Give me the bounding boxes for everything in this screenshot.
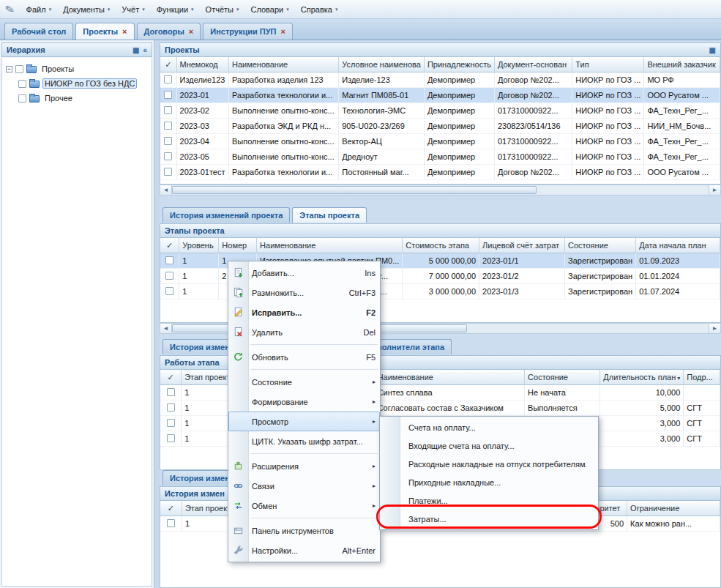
cell[interactable]: Согласовать состав с Заказчиком <box>375 401 525 416</box>
context-menu-item[interactable]: Добавить...Ins <box>228 263 380 283</box>
column-header[interactable]: Номер <box>219 238 257 253</box>
column-header[interactable]: Условное наименова <box>339 57 425 72</box>
context-menu-item[interactable]: Размножить...Ctrl+F3 <box>228 283 380 302</box>
cell[interactable]: Договор №202... <box>495 165 572 180</box>
table-row[interactable]: 2023-04Выполнение опытно-конс...Вектор-А… <box>160 134 720 149</box>
cell[interactable]: Изделие123 <box>177 72 229 88</box>
submenu-item[interactable]: Приходные накладные... <box>380 473 598 491</box>
cell[interactable]: ООО Русатом ... <box>644 88 720 103</box>
checkbox[interactable] <box>164 106 172 114</box>
cell[interactable]: 3,000 <box>600 416 684 431</box>
cell[interactable]: 01.09.2023 <box>636 253 720 269</box>
cell[interactable]: Вектор-АЦ <box>339 134 425 149</box>
column-header[interactable]: Документ-основан <box>495 57 572 72</box>
table-row[interactable]: 2023-02Выполнение опытно-конс...Технолог… <box>160 103 720 119</box>
cell[interactable]: Разработка технологии и... <box>229 88 339 103</box>
checkbox[interactable] <box>164 75 172 83</box>
expander-icon[interactable]: − <box>6 66 12 72</box>
submenu-item[interactable]: Входящие счета на оплату... <box>380 436 598 455</box>
row-checkbox-cell[interactable] <box>160 416 182 431</box>
table-row[interactable]: Изделие123Разработка изделия 123Изделие-… <box>160 72 720 88</box>
checkbox[interactable] <box>18 80 26 88</box>
stages-tab-1[interactable]: Этапы проекта <box>292 207 367 223</box>
context-menu-item[interactable]: Настройки...Alt+Enter <box>228 540 380 560</box>
cell[interactable]: Дредноут <box>339 149 425 165</box>
checkbox[interactable] <box>167 519 175 527</box>
cell[interactable]: НИИ_НМ_Бочв... <box>644 119 720 134</box>
select-all-header[interactable]: ✓ <box>160 501 182 516</box>
cell[interactable]: Выполняется <box>525 401 600 416</box>
main-tab-3[interactable]: Инструкции ПУП× <box>203 23 293 40</box>
cell[interactable]: 2023-04 <box>177 134 229 149</box>
cell[interactable]: Зарегистрирован <box>565 269 636 284</box>
close-tab-icon[interactable]: × <box>122 29 127 35</box>
projects-hscrollbar[interactable]: ◄ ► <box>160 185 721 196</box>
select-all-header[interactable]: ✓ <box>160 57 177 72</box>
table-row[interactable]: 2023-01тестРазработка технологии и...Пос… <box>160 165 720 180</box>
submenu-item[interactable]: Расходные накладные на отпуск потребител… <box>380 455 598 473</box>
row-checkbox-cell[interactable] <box>160 72 177 88</box>
cell[interactable]: МО РФ <box>644 72 720 88</box>
table-row[interactable]: 2023-01Разработка технологии и...Магнит … <box>160 88 720 103</box>
cell[interactable]: НИОКР по ГОЗ ... <box>572 119 644 134</box>
context-menu-item[interactable]: Исправить...F2 <box>228 302 380 322</box>
cell[interactable]: Разработка ЭКД и РКД н... <box>229 119 339 134</box>
checkbox[interactable] <box>164 137 172 145</box>
cell[interactable]: Магнит ПМ085-01 <box>339 88 425 103</box>
cell[interactable]: 2023-01 <box>177 88 229 103</box>
view-grid-icon[interactable]: ▦ <box>132 46 139 54</box>
scroll-left-icon[interactable]: ◄ <box>160 324 172 333</box>
cell[interactable]: Договор №202... <box>495 88 572 103</box>
select-all-header[interactable]: ✓ <box>160 238 179 253</box>
row-checkbox-cell[interactable] <box>160 165 177 180</box>
column-header[interactable]: Тип <box>572 57 644 72</box>
cell[interactable]: 2023-05 <box>177 149 229 165</box>
cell[interactable]: Демопример <box>425 88 495 103</box>
main-tab-0[interactable]: Рабочий стол <box>4 23 73 40</box>
checkbox[interactable] <box>164 168 172 176</box>
cell[interactable]: ФА_Техн_Рег_... <box>644 103 720 119</box>
menubar-item-5[interactable]: Словари▾ <box>246 2 294 17</box>
cell[interactable]: 1 <box>179 253 219 269</box>
cell[interactable]: НИОКР по ГОЗ ... <box>572 149 644 165</box>
column-header[interactable]: Наименование <box>229 57 339 72</box>
cell[interactable]: Демопример <box>425 165 495 180</box>
column-header[interactable]: Лицевой счёт затрат <box>479 238 565 253</box>
scroll-right-icon[interactable]: ► <box>709 324 720 333</box>
context-menu-item[interactable]: Состояние▸ <box>228 372 380 392</box>
context-menu-item[interactable]: Обмен▸ <box>228 496 380 516</box>
main-tab-1[interactable]: Проекты× <box>75 23 134 40</box>
checkbox[interactable] <box>167 419 175 427</box>
checkbox[interactable] <box>165 272 173 280</box>
column-header[interactable]: Принадлежность <box>425 57 495 72</box>
cell[interactable]: 01.01.2024 <box>636 269 720 284</box>
cell[interactable]: 230823/0514/136 <box>495 119 572 134</box>
row-checkbox-cell[interactable] <box>160 149 177 165</box>
cell[interactable]: 2023-01тест <box>177 165 229 180</box>
cell[interactable]: 5,000 <box>600 401 684 416</box>
cell[interactable]: Выполнение опытно-конс... <box>229 103 339 119</box>
cell[interactable]: 7 000 000,00 <box>403 269 479 284</box>
cell[interactable]: 2023-01/3 <box>479 284 565 299</box>
row-checkbox-cell[interactable] <box>160 88 177 103</box>
cell[interactable]: Зарегистрирован <box>565 284 636 299</box>
scroll-right-icon[interactable]: ► <box>709 185 720 195</box>
checkbox[interactable] <box>167 388 175 396</box>
cell[interactable]: Выполнение опытно-конс... <box>229 149 339 165</box>
select-all-header[interactable]: ✓ <box>160 370 182 385</box>
cell[interactable] <box>684 385 720 401</box>
row-checkbox-cell[interactable] <box>160 401 182 416</box>
cell[interactable]: 3 000 000,00 <box>403 284 479 299</box>
row-checkbox-cell[interactable] <box>160 385 182 401</box>
tree-item-2[interactable]: Прочее <box>2 91 152 105</box>
tree-item-0[interactable]: −Проекты <box>2 62 152 76</box>
checkbox[interactable] <box>18 94 26 103</box>
cell[interactable]: НИОКР по ГОЗ ... <box>572 88 644 103</box>
cell[interactable]: ООО Русатом ... <box>644 165 720 180</box>
column-header[interactable]: Наименование <box>257 238 403 253</box>
context-menu-item[interactable]: ОбновитьF5 <box>228 347 380 367</box>
row-checkbox-cell[interactable] <box>160 134 177 149</box>
context-menu-item[interactable]: Связи▸ <box>228 476 380 496</box>
cell[interactable]: НИОКР по ГОЗ ... <box>572 165 644 180</box>
works-tab-0[interactable]: История измен <box>162 339 237 354</box>
